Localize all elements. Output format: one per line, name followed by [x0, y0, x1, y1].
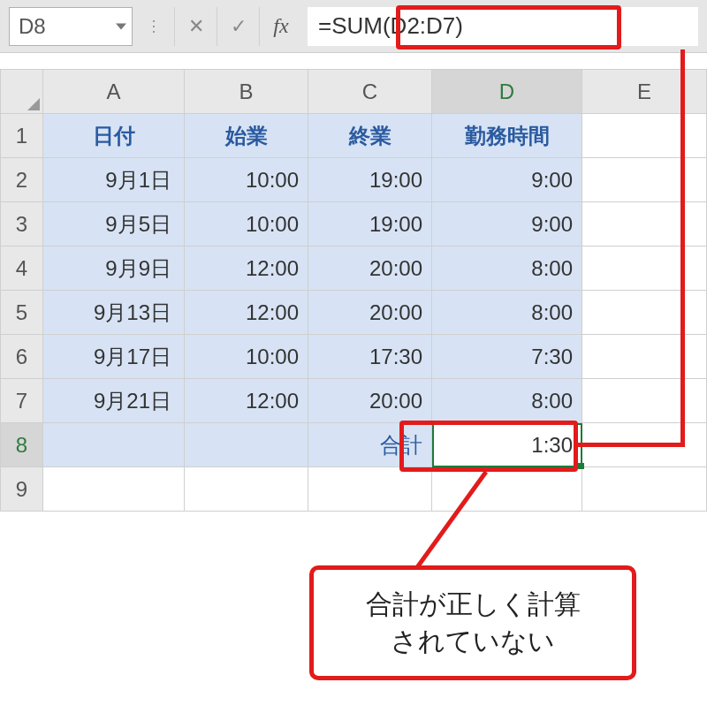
fx-button[interactable]: fx [260, 7, 302, 46]
cell-D3[interactable]: 9:00 [432, 202, 582, 246]
formula-text: =SUM(D2:D7) [318, 12, 463, 40]
cell-C3[interactable]: 19:00 [308, 202, 432, 246]
cell-B7[interactable]: 12:00 [185, 379, 308, 423]
callout-text: 合計が正しく計算 されていない [366, 589, 581, 656]
cell-D7[interactable]: 8:00 [432, 379, 582, 423]
cell-A2[interactable]: 9月1日 [43, 158, 185, 202]
cell-B9[interactable] [185, 467, 308, 512]
cell-B2[interactable]: 10:00 [185, 158, 308, 202]
cell-E1[interactable] [582, 114, 707, 158]
cell-C7[interactable]: 20:00 [308, 379, 432, 423]
cell-D5[interactable]: 8:00 [432, 291, 582, 335]
connector-vertical [680, 49, 685, 447]
cancel-button[interactable]: ✕ [175, 7, 217, 46]
cell-E7[interactable] [582, 379, 707, 423]
more-icon[interactable] [133, 7, 175, 46]
cell-A3[interactable]: 9月5日 [43, 202, 185, 246]
chevron-down-icon[interactable] [116, 23, 126, 29]
row-header-5[interactable]: 5 [1, 291, 43, 335]
fx-label: fx [273, 14, 288, 38]
cell-D8[interactable]: 1:30 [432, 423, 582, 467]
x-icon: ✕ [188, 15, 204, 38]
cell-A6[interactable]: 9月17日 [43, 335, 185, 379]
row-header-2[interactable]: 2 [1, 158, 43, 202]
select-all-corner[interactable] [1, 70, 43, 114]
cell-A7[interactable]: 9月21日 [43, 379, 185, 423]
cell-C4[interactable]: 20:00 [308, 246, 432, 291]
col-header-A[interactable]: A [43, 70, 185, 114]
enter-button[interactable]: ✓ [217, 7, 260, 46]
cell-E2[interactable] [582, 158, 707, 202]
col-header-C[interactable]: C [308, 70, 432, 114]
cell-B3[interactable]: 10:00 [185, 202, 308, 246]
formula-bar: D8 ✕ ✓ fx =SUM(D2:D7) [0, 0, 707, 53]
cell-C2[interactable]: 19:00 [308, 158, 432, 202]
name-box[interactable]: D8 [9, 7, 133, 46]
cell-B8[interactable] [185, 423, 308, 467]
check-icon: ✓ [231, 15, 247, 38]
cell-D6[interactable]: 7:30 [432, 335, 582, 379]
row-header-6[interactable]: 6 [1, 335, 43, 379]
col-header-B[interactable]: B [185, 70, 308, 114]
cell-A9[interactable] [43, 467, 185, 512]
row-header-9[interactable]: 9 [1, 467, 43, 512]
cell-D4[interactable]: 8:00 [432, 246, 582, 291]
cell-E9[interactable] [582, 467, 707, 512]
svg-marker-0 [27, 98, 40, 110]
cell-A1[interactable]: 日付 [43, 114, 185, 158]
row-header-1[interactable]: 1 [1, 114, 43, 158]
row-header-7[interactable]: 7 [1, 379, 43, 423]
formula-input[interactable]: =SUM(D2:D7) [308, 7, 698, 46]
cell-C6[interactable]: 17:30 [308, 335, 432, 379]
cell-C5[interactable]: 20:00 [308, 291, 432, 335]
cell-B5[interactable]: 12:00 [185, 291, 308, 335]
select-all-triangle-icon [27, 98, 40, 110]
cell-E3[interactable] [582, 202, 707, 246]
connector-horizontal [578, 443, 685, 447]
cell-E5[interactable] [582, 291, 707, 335]
cell-D9[interactable] [432, 467, 582, 512]
cell-E6[interactable] [582, 335, 707, 379]
cell-reference: D8 [19, 14, 46, 39]
cell-D1[interactable]: 勤務時間 [432, 114, 582, 158]
cell-B4[interactable]: 12:00 [185, 246, 308, 291]
cell-C8[interactable]: 合計 [308, 423, 432, 467]
cell-B6[interactable]: 10:00 [185, 335, 308, 379]
cell-A4[interactable]: 9月9日 [43, 246, 185, 291]
cell-D2[interactable]: 9:00 [432, 158, 582, 202]
row-header-8[interactable]: 8 [1, 423, 43, 467]
cell-E4[interactable] [582, 246, 707, 291]
row-header-4[interactable]: 4 [1, 246, 43, 291]
cell-A5[interactable]: 9月13日 [43, 291, 185, 335]
col-header-D[interactable]: D [432, 70, 582, 114]
callout-box: 合計が正しく計算 されていない [309, 565, 636, 680]
cell-B1[interactable]: 始業 [185, 114, 308, 158]
row-header-3[interactable]: 3 [1, 202, 43, 246]
cell-C1[interactable]: 終業 [308, 114, 432, 158]
cell-A8[interactable] [43, 423, 185, 467]
col-header-E[interactable]: E [582, 70, 707, 114]
cell-C9[interactable] [308, 467, 432, 512]
